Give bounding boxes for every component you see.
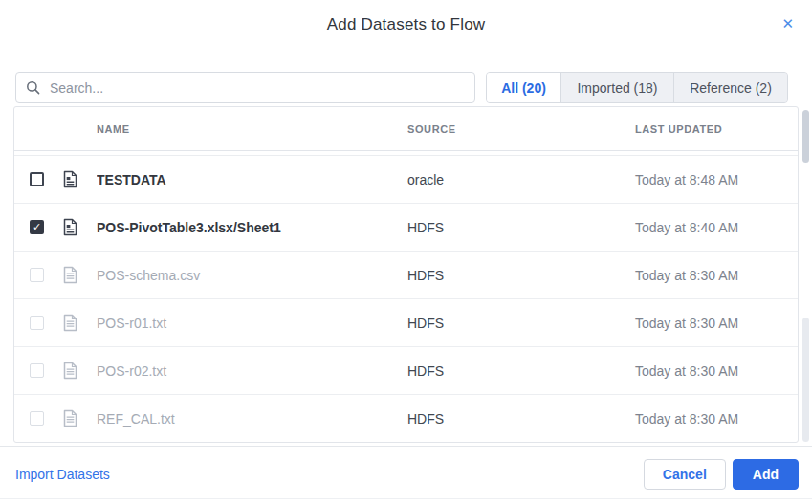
add-datasets-modal: Add Datasets to Flow ✕ All (20) Imported…: [0, 0, 812, 504]
file-icon: [61, 314, 97, 332]
row-checkbox[interactable]: ✓: [30, 316, 44, 330]
row-checkbox[interactable]: ✓: [30, 363, 44, 378]
row-checkbox[interactable]: ✓: [30, 220, 44, 234]
dataset-last-updated: Today at 8:30 AM: [635, 268, 798, 283]
scrollbar-thumb[interactable]: [802, 110, 809, 163]
dataset-source: HDFS: [407, 363, 635, 379]
dataset-name: REF_CAL.txt: [97, 411, 407, 427]
dataset-name: POS-schema.csv: [97, 268, 407, 283]
modal-bottom-edge: [0, 498, 812, 499]
search-input[interactable]: [48, 79, 465, 97]
dataset-source: HDFS: [407, 411, 635, 427]
dataset-source: oracle: [407, 172, 635, 187]
table-row[interactable]: ✓ POS-r01.txt HDFS Today at 8:30 AM: [14, 299, 798, 347]
import-datasets-link[interactable]: Import Datasets: [15, 467, 110, 482]
scrollbar-track: [802, 318, 809, 442]
row-checkbox[interactable]: ✓: [30, 411, 44, 426]
file-icon: [61, 409, 97, 427]
dataset-source: HDFS: [407, 268, 635, 283]
dataset-source: HDFS: [407, 316, 635, 331]
table-row[interactable]: ✓ POS-r02.txt HDFS Today at 8:30 AM: [14, 347, 798, 395]
file-icon: [61, 362, 97, 380]
tab-all[interactable]: All (20): [487, 73, 560, 102]
modal-footer: Import Datasets Cancel Add: [0, 446, 812, 504]
search-box[interactable]: [15, 72, 475, 103]
table-row[interactable]: ✓ TESTDATA oracle Today at 8:48 AM: [14, 156, 798, 204]
column-header-source: SOURCE: [407, 123, 635, 135]
add-button[interactable]: Add: [733, 459, 799, 490]
file-icon: [61, 170, 97, 188]
column-header-name: NAME: [97, 123, 407, 135]
tab-imported[interactable]: Imported (18): [560, 73, 673, 102]
dataset-last-updated: Today at 8:30 AM: [635, 316, 798, 331]
dataset-last-updated: Today at 8:40 AM: [635, 220, 798, 235]
dataset-last-updated: Today at 8:48 AM: [635, 172, 798, 187]
dataset-name: TESTDATA: [97, 172, 407, 187]
checkmark-icon: ✓: [33, 222, 41, 232]
dataset-source: HDFS: [407, 220, 635, 235]
tab-reference[interactable]: Reference (2): [673, 73, 787, 102]
table-header: NAME SOURCE LAST UPDATED: [14, 107, 798, 151]
dataset-last-updated: Today at 8:30 AM: [635, 411, 798, 427]
table-row[interactable]: ✓ REF_CAL.txt HDFS Today at 8:30 AM: [14, 395, 798, 442]
datasets-table: NAME SOURCE LAST UPDATED ✓ TESTDATA orac…: [13, 106, 799, 443]
table-row[interactable]: ✓ POS-schema.csv HDFS Today at 8:30 AM: [14, 252, 798, 299]
column-header-last-updated: LAST UPDATED: [635, 123, 798, 135]
dataset-name: POS-PivotTable3.xlsx/Sheet1: [97, 220, 407, 235]
cancel-button[interactable]: Cancel: [644, 459, 726, 490]
dataset-last-updated: Today at 8:30 AM: [635, 363, 798, 379]
page-title: Add Datasets to Flow: [0, 15, 812, 34]
dataset-name: POS-r02.txt: [97, 363, 407, 379]
row-checkbox[interactable]: ✓: [30, 268, 44, 282]
close-icon[interactable]: ✕: [781, 16, 794, 31]
table-row[interactable]: ✓ POS-PivotTable3.xlsx/Sheet1 HDFS Today…: [14, 204, 798, 252]
search-icon: [26, 80, 40, 95]
file-icon: [61, 218, 97, 236]
row-checkbox[interactable]: ✓: [30, 172, 44, 186]
dataset-name: POS-r01.txt: [97, 316, 407, 331]
file-icon: [61, 266, 97, 284]
filter-tabs: All (20) Imported (18) Reference (2): [486, 72, 788, 103]
